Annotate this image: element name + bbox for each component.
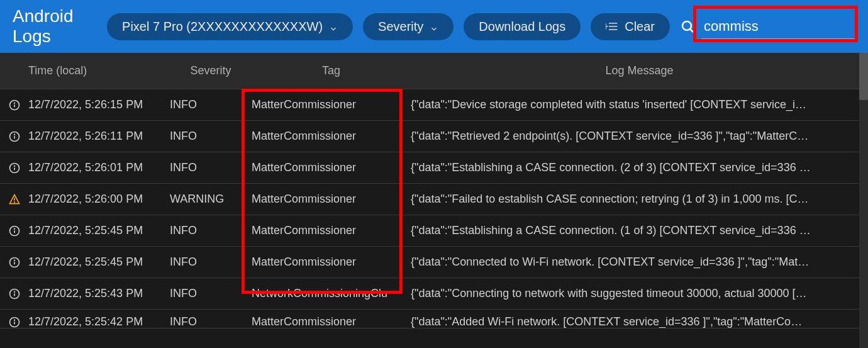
th-time[interactable]: Time (local) bbox=[28, 64, 170, 77]
table-body: 12/7/2022, 5:26:15 PMINFOMatterCommissio… bbox=[0, 89, 868, 328]
svg-point-17 bbox=[14, 201, 14, 202]
svg-point-23 bbox=[14, 260, 14, 261]
severity-filter[interactable]: Severity bbox=[363, 13, 453, 40]
info-icon bbox=[0, 162, 28, 174]
table-row[interactable]: 12/7/2022, 5:26:11 PMINFOMatterCommissio… bbox=[0, 121, 868, 152]
cell-tag: MatterCommissioner bbox=[252, 224, 411, 237]
svg-point-29 bbox=[14, 320, 14, 320]
cell-time: 12/7/2022, 5:25:43 PM bbox=[28, 287, 170, 300]
search-container bbox=[680, 14, 855, 39]
cell-severity: INFO bbox=[170, 161, 252, 174]
cell-message: {"data":"Establishing a CASE connection.… bbox=[411, 224, 868, 237]
page-title: Android Logs bbox=[13, 6, 87, 47]
info-icon bbox=[0, 316, 28, 328]
chevron-down-icon bbox=[430, 22, 438, 31]
info-icon bbox=[0, 256, 28, 269]
svg-point-9 bbox=[14, 103, 14, 103]
cell-message: {"data":"Failed to establish CASE connec… bbox=[411, 193, 868, 206]
scrollbar[interactable] bbox=[859, 53, 868, 348]
th-message[interactable]: Log Message bbox=[411, 64, 868, 77]
table-row[interactable]: 12/7/2022, 5:25:42 PMINFOMatterCommissio… bbox=[0, 310, 868, 328]
cell-time: 12/7/2022, 5:25:45 PM bbox=[28, 255, 170, 269]
table-row[interactable]: 12/7/2022, 5:26:01 PMINFOMatterCommissio… bbox=[0, 152, 868, 184]
table-header: Time (local) Severity Tag Log Message bbox=[0, 53, 868, 89]
cell-message: {"data":"Establishing a CASE connection.… bbox=[411, 161, 868, 174]
device-selector-label: Pixel 7 Pro (2XXXXXXXXXXXXXW) bbox=[122, 20, 323, 34]
table-row[interactable]: 12/7/2022, 5:25:43 PMINFONetworkCommissi… bbox=[0, 278, 868, 310]
device-selector[interactable]: Pixel 7 Pro (2XXXXXXXXXXXXXW) bbox=[107, 13, 353, 40]
th-tag[interactable]: Tag bbox=[252, 64, 411, 77]
table-row[interactable]: 12/7/2022, 5:25:45 PMINFOMatterCommissio… bbox=[0, 215, 868, 247]
svg-point-15 bbox=[14, 166, 14, 166]
cell-severity: INFO bbox=[170, 287, 252, 300]
th-severity[interactable]: Severity bbox=[170, 64, 252, 77]
info-icon bbox=[0, 225, 28, 237]
clear-icon bbox=[606, 21, 618, 31]
svg-point-20 bbox=[14, 228, 14, 229]
cell-time: 12/7/2022, 5:26:11 PM bbox=[28, 130, 170, 143]
log-table: Time (local) Severity Tag Log Message 12… bbox=[0, 53, 868, 328]
cell-tag: MatterCommissioner bbox=[252, 98, 411, 111]
cell-severity: INFO bbox=[170, 130, 252, 143]
search-icon bbox=[680, 19, 695, 34]
cell-message: {"data":"Device storage completed with s… bbox=[411, 98, 868, 111]
cell-tag: MatterCommissioner bbox=[252, 315, 411, 328]
download-logs-label: Download Logs bbox=[479, 20, 565, 34]
severity-filter-label: Severity bbox=[378, 20, 423, 34]
cell-tag: MatterCommissioner bbox=[252, 130, 411, 143]
svg-point-5 bbox=[682, 21, 691, 30]
cell-severity: INFO bbox=[170, 255, 252, 269]
info-icon bbox=[0, 99, 28, 111]
cell-time: 12/7/2022, 5:25:45 PM bbox=[28, 224, 170, 237]
cell-severity: INFO bbox=[170, 224, 252, 237]
clear-button[interactable]: Clear bbox=[591, 13, 670, 40]
svg-point-26 bbox=[14, 291, 14, 292]
cell-time: 12/7/2022, 5:26:00 PM bbox=[28, 193, 170, 206]
info-icon bbox=[0, 288, 28, 300]
header-bar: Android Logs Pixel 7 Pro (2XXXXXXXXXXXXX… bbox=[0, 0, 868, 53]
table-row[interactable]: 12/7/2022, 5:26:00 PMWARNINGMatterCommis… bbox=[0, 184, 868, 215]
warning-icon bbox=[0, 193, 28, 206]
cell-tag: NetworkCommissioningClu bbox=[252, 287, 411, 300]
cell-tag: MatterCommissioner bbox=[252, 161, 411, 174]
cell-message: {"data":"Added Wi-Fi network. [CONTEXT s… bbox=[411, 315, 868, 328]
table-row[interactable]: 12/7/2022, 5:25:45 PMINFOMatterCommissio… bbox=[0, 247, 868, 278]
cell-message: {"data":"Connected to Wi-Fi network. [CO… bbox=[411, 255, 868, 269]
cell-message: {"data":"Retrieved 2 endpoint(s). [CONTE… bbox=[411, 130, 868, 143]
cell-time: 12/7/2022, 5:26:15 PM bbox=[28, 98, 170, 111]
cell-tag: MatterCommissioner bbox=[252, 193, 411, 206]
clear-label: Clear bbox=[625, 20, 655, 34]
table-row[interactable]: 12/7/2022, 5:26:15 PMINFOMatterCommissio… bbox=[0, 89, 868, 121]
download-logs-button[interactable]: Download Logs bbox=[464, 13, 581, 40]
scrollbar-thumb[interactable] bbox=[859, 53, 868, 100]
cell-message: {"data":"Connecting to network with sugg… bbox=[411, 287, 868, 300]
cell-severity: INFO bbox=[170, 315, 252, 328]
cell-tag: MatterCommissioner bbox=[252, 255, 411, 269]
cell-time: 12/7/2022, 5:26:01 PM bbox=[28, 161, 170, 174]
search-input[interactable] bbox=[701, 14, 855, 39]
svg-point-12 bbox=[14, 134, 14, 135]
cell-time: 12/7/2022, 5:25:42 PM bbox=[28, 315, 170, 328]
info-icon bbox=[0, 130, 28, 143]
th-icon bbox=[0, 64, 28, 77]
chevron-down-icon bbox=[329, 22, 338, 31]
cell-severity: INFO bbox=[170, 98, 252, 111]
cell-severity: WARNING bbox=[170, 193, 252, 206]
svg-line-6 bbox=[690, 29, 693, 32]
